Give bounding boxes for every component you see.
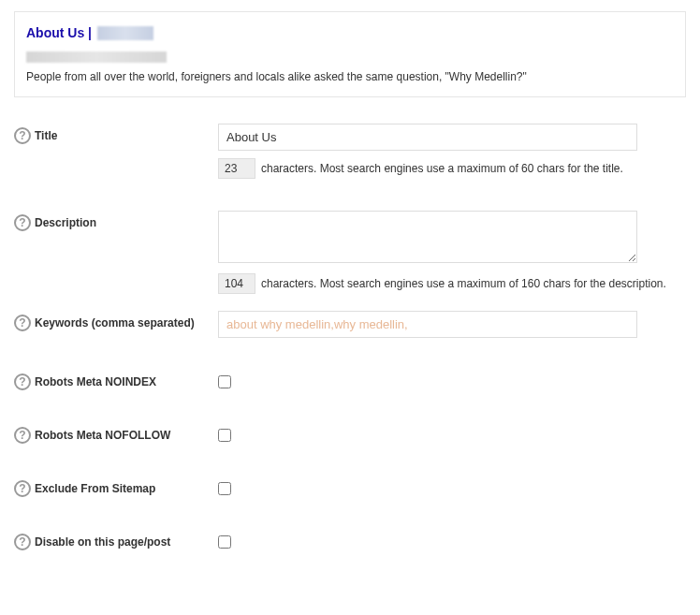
seo-preview: About Us | People from all over the worl… xyxy=(14,11,686,97)
description-hint: characters. Most search engines use a ma… xyxy=(261,277,666,290)
disable-checkbox[interactable] xyxy=(218,535,231,549)
help-icon[interactable]: ? xyxy=(14,373,31,390)
preview-description: People from all over the world, foreigne… xyxy=(26,69,674,85)
help-icon[interactable]: ? xyxy=(14,214,31,231)
nofollow-label: Robots Meta NOFOLLOW xyxy=(35,429,170,442)
noindex-row: ? Robots Meta NOINDEX xyxy=(14,373,686,391)
exclude-sitemap-label: Exclude From Sitemap xyxy=(35,482,155,495)
preview-title: About Us | xyxy=(26,25,674,40)
preview-title-redacted xyxy=(97,26,153,40)
nofollow-row: ? Robots Meta NOFOLLOW xyxy=(14,427,686,445)
preview-title-prefix: About Us | xyxy=(26,25,92,40)
help-icon[interactable]: ? xyxy=(14,127,31,144)
noindex-checkbox[interactable] xyxy=(218,375,231,388)
title-hint: characters. Most search engines use a ma… xyxy=(261,162,623,175)
help-icon[interactable]: ? xyxy=(14,427,31,444)
noindex-label: Robots Meta NOINDEX xyxy=(35,375,156,388)
keywords-input[interactable] xyxy=(218,311,637,338)
description-input[interactable] xyxy=(218,211,637,263)
help-icon[interactable]: ? xyxy=(14,534,31,550)
description-char-count: 104 xyxy=(218,273,255,294)
exclude-sitemap-row: ? Exclude From Sitemap xyxy=(14,480,686,498)
help-icon[interactable]: ? xyxy=(14,480,31,497)
description-label: Description xyxy=(35,216,96,229)
disable-row: ? Disable on this page/post xyxy=(14,534,686,551)
title-row: ? Title 23 characters. Most search engin… xyxy=(14,116,686,183)
help-icon[interactable]: ? xyxy=(14,315,31,331)
title-input[interactable] xyxy=(218,124,637,151)
disable-label: Disable on this page/post xyxy=(35,535,170,549)
preview-url-redacted xyxy=(26,51,167,63)
exclude-sitemap-checkbox[interactable] xyxy=(218,482,231,495)
description-row: ? Description 104 characters. Most searc… xyxy=(14,203,686,298)
keywords-label: Keywords (comma separated) xyxy=(35,316,195,329)
title-label: Title xyxy=(35,129,57,142)
title-char-count: 23 xyxy=(218,158,255,179)
keywords-row: ? Keywords (comma separated) xyxy=(14,303,686,338)
nofollow-checkbox[interactable] xyxy=(218,429,231,442)
